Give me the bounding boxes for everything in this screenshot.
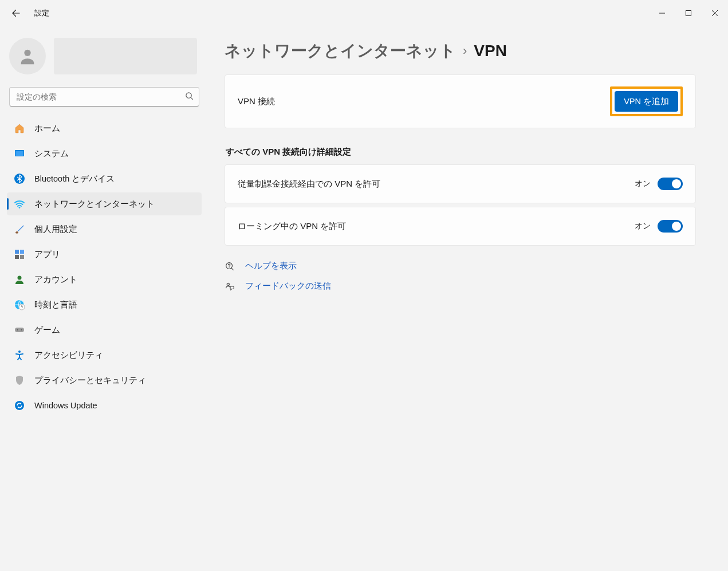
sidebar-item-label: ホーム: [34, 123, 60, 134]
send-feedback-label: フィードバックの送信: [245, 281, 331, 292]
advanced-settings-heading: すべての VPN 接続向け詳細設定: [226, 147, 696, 157]
sidebar-item-label: アクセシビリティ: [34, 350, 103, 361]
wifi-icon: [14, 198, 25, 210]
svg-rect-0: [686, 11, 691, 16]
add-vpn-button[interactable]: VPN を追加: [615, 91, 678, 112]
sidebar-item-accounts[interactable]: アカウント: [7, 268, 202, 291]
breadcrumb-parent[interactable]: ネットワークとインターネット: [225, 40, 456, 62]
metered-vpn-state: オン: [635, 179, 651, 189]
help-links: ヘルプを表示 フィードバックの送信: [225, 261, 696, 292]
roaming-vpn-state: オン: [635, 221, 651, 231]
profile-block[interactable]: [7, 33, 202, 84]
sidebar-item-label: 時刻と言語: [34, 300, 77, 310]
bluetooth-icon: [14, 173, 25, 184]
help-icon: [225, 261, 235, 271]
maximize-icon: [686, 10, 691, 16]
shield-icon: [14, 375, 25, 386]
sidebar-item-label: システム: [34, 148, 69, 159]
svg-rect-4: [15, 151, 23, 156]
back-button[interactable]: [5, 2, 27, 25]
svg-rect-10: [20, 255, 24, 259]
svg-point-6: [19, 207, 21, 208]
nav-list: ホーム システム Bluetooth とデバイス ネットワークとインターネット: [7, 117, 202, 417]
minimize-icon: [659, 10, 665, 16]
apps-icon: [14, 249, 25, 260]
svg-point-15: [17, 329, 18, 330]
update-icon: [14, 400, 25, 411]
search-box[interactable]: [9, 87, 199, 107]
sidebar-item-label: Bluetooth とデバイス: [34, 174, 115, 184]
sidebar-item-label: Windows Update: [34, 401, 97, 410]
main-content: ネットワークとインターネット › VPN VPN 接続 VPN を追加 すべての…: [206, 26, 728, 571]
maximize-button[interactable]: [675, 4, 702, 22]
feedback-icon: [225, 281, 235, 292]
metered-vpn-label: 従量制課金接続経由での VPN を許可: [238, 179, 380, 190]
vpn-connections-card: VPN 接続 VPN を追加: [225, 74, 696, 128]
gamepad-icon: [14, 324, 25, 336]
sidebar-item-home[interactable]: ホーム: [7, 117, 202, 140]
sidebar-item-network[interactable]: ネットワークとインターネット: [7, 192, 202, 215]
chevron-right-icon: ›: [463, 44, 467, 58]
sidebar-item-label: ゲーム: [34, 325, 60, 336]
metered-vpn-row: 従量制課金接続経由での VPN を許可 オン: [225, 164, 696, 203]
svg-point-17: [18, 351, 21, 353]
sidebar-item-gaming[interactable]: ゲーム: [7, 318, 202, 341]
system-icon: [14, 148, 25, 159]
sidebar-item-label: アプリ: [34, 249, 60, 260]
svg-rect-9: [15, 255, 19, 259]
svg-point-20: [229, 267, 229, 267]
title-bar: 設定: [0, 0, 728, 26]
sidebar-item-label: アカウント: [34, 274, 77, 285]
brush-icon: [14, 223, 25, 235]
sidebar-item-label: プライバシーとセキュリティ: [34, 375, 146, 386]
avatar: [9, 38, 46, 74]
minimize-button[interactable]: [649, 4, 675, 22]
sidebar-item-time-language[interactable]: 時刻と言語: [7, 293, 202, 316]
close-icon: [712, 10, 718, 16]
sidebar-item-label: ネットワークとインターネット: [34, 199, 155, 210]
close-button[interactable]: [702, 4, 728, 22]
home-icon: [14, 123, 25, 134]
roaming-vpn-toggle[interactable]: [658, 220, 683, 233]
roaming-vpn-label: ローミング中の VPN を許可: [238, 221, 346, 232]
search-input[interactable]: [9, 87, 199, 107]
sidebar-item-windows-update[interactable]: Windows Update: [7, 394, 202, 417]
roaming-vpn-row: ローミング中の VPN を許可 オン: [225, 207, 696, 246]
breadcrumb: ネットワークとインターネット › VPN: [225, 40, 696, 62]
svg-point-11: [18, 276, 22, 280]
add-vpn-highlight: VPN を追加: [610, 86, 683, 116]
show-help-link[interactable]: ヘルプを表示: [225, 261, 696, 271]
window-controls: [649, 4, 728, 22]
send-feedback-link[interactable]: フィードバックの送信: [225, 281, 696, 292]
svg-point-21: [227, 283, 229, 285]
svg-point-1: [24, 50, 30, 56]
show-help-label: ヘルプを表示: [245, 261, 297, 271]
sidebar-item-accessibility[interactable]: アクセシビリティ: [7, 344, 202, 367]
breadcrumb-current: VPN: [474, 42, 507, 60]
svg-rect-7: [15, 250, 19, 254]
sidebar-item-personalization[interactable]: 個人用設定: [7, 218, 202, 241]
svg-point-18: [15, 401, 24, 410]
svg-rect-22: [230, 286, 234, 289]
clock-globe-icon: [14, 299, 25, 310]
sidebar-item-privacy[interactable]: プライバシーとセキュリティ: [7, 369, 202, 392]
sidebar-item-bluetooth[interactable]: Bluetooth とデバイス: [7, 167, 202, 190]
person-icon: [18, 46, 37, 66]
app-title: 設定: [30, 8, 49, 18]
sidebar-item-system[interactable]: システム: [7, 142, 202, 165]
search-icon: [185, 92, 194, 102]
vpn-connections-label: VPN 接続: [238, 96, 275, 107]
sidebar: ホーム システム Bluetooth とデバイス ネットワークとインターネット: [0, 26, 206, 571]
profile-name-placeholder: [54, 38, 197, 74]
metered-vpn-toggle[interactable]: [658, 178, 683, 190]
accessibility-icon: [14, 349, 25, 361]
svg-rect-8: [20, 250, 24, 254]
svg-point-16: [21, 329, 22, 330]
sidebar-item-label: 個人用設定: [34, 224, 77, 235]
account-icon: [14, 274, 25, 285]
arrow-left-icon: [11, 9, 21, 18]
svg-point-2: [186, 93, 191, 98]
svg-rect-14: [15, 328, 24, 332]
sidebar-item-apps[interactable]: アプリ: [7, 243, 202, 266]
